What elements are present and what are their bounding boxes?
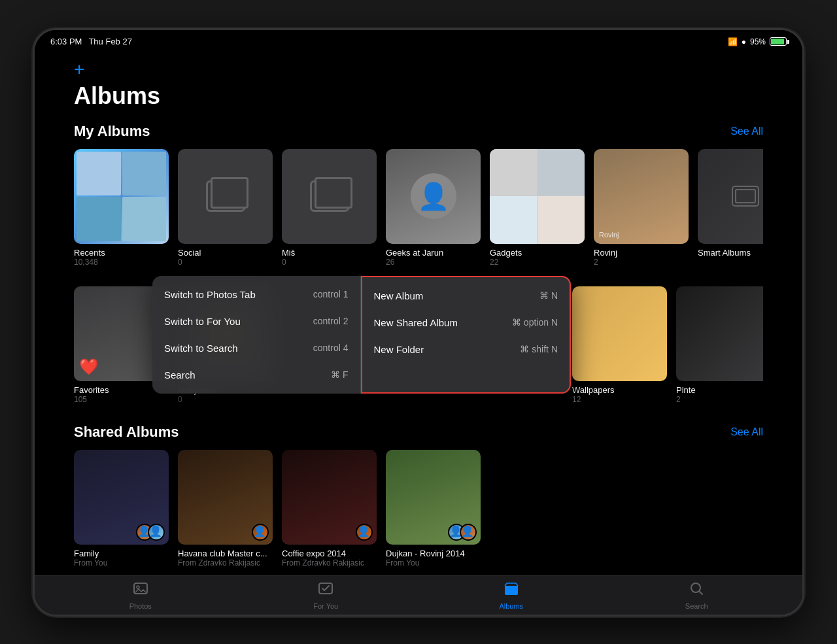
tab-foryou[interactable]: For You <box>233 581 419 610</box>
heart-icon: ❤️ <box>79 358 99 376</box>
tab-search-label: Search <box>685 602 708 610</box>
mis-placeholder <box>282 149 377 244</box>
recents-visual <box>74 149 169 244</box>
tab-albums[interactable]: Albums <box>418 581 604 610</box>
tab-photos[interactable]: Photos <box>48 581 233 610</box>
wallpapers-visual <box>572 286 667 381</box>
album-thumb-pinte <box>676 286 763 381</box>
shared-albums-see-all[interactable]: See All <box>730 426 763 438</box>
shared-albums-header: Shared Albums See All <box>74 424 763 441</box>
album-count-social: 0 <box>178 258 273 267</box>
search-icon <box>689 581 704 600</box>
shared-album-coffie[interactable]: 👤 Coffie expo 2014 From Zdravko Rakijasi… <box>282 450 377 568</box>
my-albums-header: My Albums See All <box>74 123 763 140</box>
albums-icon <box>504 581 519 600</box>
shared-from-coffie: From Zdravko Rakijasic <box>282 558 377 568</box>
shared-name-havana: Havana club Master c... <box>178 549 273 558</box>
album-item-rovinj[interactable]: Rovinj Rovinj 2 <box>594 149 689 267</box>
havana-avatars: 👤 <box>252 524 269 541</box>
tile2 <box>122 152 167 196</box>
album-count-wallpapers: 12 <box>572 395 667 404</box>
time: 6:03 PM <box>50 37 82 46</box>
album-item-smart[interactable]: Smart Albums <box>698 149 763 267</box>
context-item-photos[interactable]: Switch to Photos Tab control 1 <box>152 281 360 308</box>
context-item-new-shared[interactable]: New Shared Album ⌘ option N <box>362 309 570 336</box>
context-item-searchcmd[interactable]: Search ⌘ F <box>152 362 360 388</box>
context-item-new-album-shortcut: ⌘ N <box>539 290 558 301</box>
gadgets-t3 <box>490 196 538 244</box>
dujkan-avatars: 👤 👤 <box>448 524 477 541</box>
album-thumb-social <box>178 149 273 244</box>
context-item-new-album[interactable]: New Album ⌘ N <box>362 282 570 309</box>
havana-avatar1: 👤 <box>252 524 269 541</box>
family-avatars: 👤 👤 <box>136 524 165 541</box>
tab-photos-label: Photos <box>129 602 152 610</box>
album-item-geeks[interactable]: 👤 Geeks at Jarun 26 <box>386 149 481 267</box>
shared-albums-row: 👤 👤 Family From You 👤 Havana club Master… <box>74 450 763 568</box>
album-item-gadgets[interactable]: Gadgets 22 <box>490 149 585 267</box>
foryou-icon <box>318 581 333 600</box>
album-name-pinte: Pinte <box>676 385 763 395</box>
shared-thumb-dujkan: 👤 👤 <box>386 450 481 545</box>
battery-icon <box>770 37 787 46</box>
smart-visual <box>698 149 763 244</box>
shared-from-family: From You <box>74 558 169 568</box>
context-item-searchcmd-label: Search <box>164 369 196 381</box>
album-name-wallpapers: Wallpapers <box>572 385 667 395</box>
album-count-pinte: 2 <box>676 395 763 404</box>
context-item-searchcmd-shortcut: ⌘ F <box>331 369 348 380</box>
context-item-foryou-shortcut: control 2 <box>313 316 349 326</box>
my-albums-see-all[interactable]: See All <box>730 126 763 137</box>
album-thumb-recents <box>74 149 169 244</box>
context-item-new-shared-shortcut: ⌘ option N <box>512 317 558 328</box>
status-right: 📶 ● 95% <box>728 37 787 46</box>
album-thumb-wallpapers <box>572 286 667 381</box>
album-item-wallpapers[interactable]: Wallpapers 12 <box>572 286 667 404</box>
status-bar: 6:03 PM Thu Feb 27 📶 ● 95% <box>35 30 802 54</box>
album-item-pinte[interactable]: Pinte 2 <box>676 286 763 404</box>
shared-album-havana[interactable]: 👤 Havana club Master c... From Zdravko R… <box>178 450 273 568</box>
gadgets-t2 <box>538 149 585 197</box>
signal-icon: ● <box>742 37 746 46</box>
tab-search[interactable]: Search <box>604 581 790 610</box>
album-thumb-gadgets <box>490 149 585 244</box>
svg-rect-1 <box>736 190 755 203</box>
rovinj-visual: Rovinj <box>594 149 689 244</box>
date: Thu Feb 27 <box>88 37 132 46</box>
album-item-social[interactable]: Social 0 <box>178 149 273 267</box>
context-item-search[interactable]: Switch to Search control 4 <box>152 335 360 362</box>
album-item-mis[interactable]: Miš 0 <box>282 149 377 267</box>
album-count-geeks: 26 <box>386 258 481 267</box>
context-item-foryou-label: Switch to For You <box>164 316 241 327</box>
context-menu: Switch to Photos Tab control 1 Switch to… <box>152 276 571 394</box>
album-count-mis: 0 <box>282 258 377 267</box>
shared-album-family[interactable]: 👤 👤 Family From You <box>74 450 169 568</box>
shared-name-family: Family <box>74 549 169 558</box>
context-item-new-folder[interactable]: New Folder ⌘ shift N <box>362 336 570 363</box>
album-count-gadgets: 22 <box>490 258 585 267</box>
svg-point-3 <box>137 586 139 588</box>
context-item-search-label: Switch to Search <box>164 343 238 354</box>
shared-thumb-family: 👤 👤 <box>74 450 169 545</box>
album-count-recents: 10,348 <box>74 258 169 267</box>
shared-album-dujkan[interactable]: 👤 👤 Dujkan - Rovinj 2014 From You <box>386 450 481 568</box>
shared-thumb-coffie: 👤 <box>282 450 377 545</box>
rovinj-label: Rovinj <box>599 231 619 239</box>
album-count-favorites: 105 <box>74 395 169 404</box>
geeks-person: 👤 <box>411 173 456 219</box>
avatar2: 👤 <box>148 524 165 541</box>
top-bar: + <box>74 54 763 82</box>
device-frame: 6:03 PM Thu Feb 27 📶 ● 95% + Albums My A… <box>33 28 804 617</box>
album-thumb-geeks: 👤 <box>386 149 481 244</box>
context-item-foryou[interactable]: Switch to For You control 2 <box>152 308 360 335</box>
album-name-geeks: Geeks at Jarun <box>386 248 481 258</box>
add-button[interactable]: + <box>74 60 84 78</box>
context-menu-left: Switch to Photos Tab control 1 Switch to… <box>152 276 361 394</box>
smart-icon-svg <box>729 180 762 212</box>
gadgets-t1 <box>490 149 538 197</box>
album-name-mis: Miš <box>282 248 377 258</box>
album-count-rovinj: 2 <box>594 258 689 267</box>
album-item-recents[interactable]: Recents 10,348 <box>74 149 169 267</box>
album-thumb-mis <box>282 149 377 244</box>
shared-thumb-havana: 👤 <box>178 450 273 545</box>
